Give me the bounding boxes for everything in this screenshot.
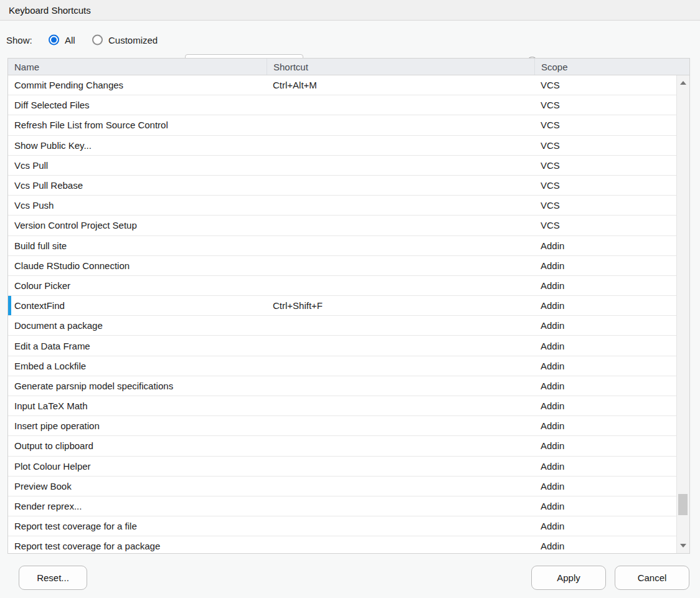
cell-shortcut bbox=[267, 236, 534, 255]
cell-scope: VCS bbox=[534, 216, 689, 235]
radio-customized-label: Customized bbox=[108, 34, 158, 45]
column-header-name[interactable]: Name bbox=[8, 59, 267, 75]
cell-scope: Addin bbox=[534, 296, 689, 315]
table-row[interactable]: Vcs PullVCS bbox=[8, 156, 689, 176]
cell-shortcut bbox=[267, 115, 534, 135]
cell-name: Vcs Pull Rebase bbox=[8, 176, 267, 195]
table-row[interactable]: Plot Colour HelperAddin bbox=[8, 457, 689, 477]
reset-button[interactable]: Reset... bbox=[19, 566, 87, 590]
cell-shortcut bbox=[267, 496, 534, 516]
table-row[interactable]: Insert pipe operationAddin bbox=[8, 416, 689, 436]
scroll-up-arrow-icon[interactable] bbox=[680, 81, 686, 85]
cell-scope: Addin bbox=[534, 457, 689, 476]
cell-name: Vcs Pull bbox=[8, 156, 267, 175]
cell-shortcut bbox=[267, 436, 534, 455]
cell-shortcut bbox=[267, 536, 534, 553]
cell-name: ContextFind bbox=[8, 296, 267, 315]
table-row[interactable]: Version Control Project SetupVCS bbox=[8, 216, 689, 235]
table-row[interactable]: Input LaTeX MathAddin bbox=[8, 396, 689, 416]
cell-shortcut bbox=[267, 276, 534, 295]
table-row[interactable]: ContextFindCtrl+Shift+FAddin bbox=[8, 296, 689, 316]
table-row[interactable]: Report test coverage for a packageAddin bbox=[8, 536, 689, 553]
cell-shortcut bbox=[267, 95, 534, 115]
cell-scope: Addin bbox=[534, 436, 689, 455]
cell-scope: VCS bbox=[534, 95, 689, 115]
cell-shortcut bbox=[267, 477, 534, 496]
cell-name: Render reprex... bbox=[8, 496, 267, 516]
table-row[interactable]: Vcs PushVCS bbox=[8, 196, 689, 216]
cell-scope: Addin bbox=[534, 536, 689, 553]
table-row[interactable]: Report test coverage for a fileAddin bbox=[8, 516, 689, 536]
cell-name: Diff Selected Files bbox=[8, 95, 267, 115]
cell-scope: Addin bbox=[534, 396, 689, 415]
table-row[interactable]: Diff Selected FilesVCS bbox=[8, 95, 689, 115]
cell-shortcut bbox=[267, 156, 534, 175]
cell-shortcut bbox=[267, 376, 534, 396]
cell-shortcut bbox=[267, 457, 534, 476]
table-row[interactable]: Claude RStudio ConnectionAddin bbox=[8, 256, 689, 276]
cancel-button[interactable]: Cancel bbox=[615, 566, 689, 590]
cell-shortcut bbox=[267, 176, 534, 195]
scroll-down-arrow-icon[interactable] bbox=[680, 544, 686, 548]
table-row[interactable]: Colour PickerAddin bbox=[8, 276, 689, 296]
cell-scope: VCS bbox=[534, 136, 689, 155]
scrollbar-thumb[interactable] bbox=[678, 494, 688, 515]
cell-shortcut bbox=[267, 216, 534, 235]
cell-shortcut bbox=[267, 136, 534, 155]
cell-scope: VCS bbox=[534, 156, 689, 175]
cell-name: Document a package bbox=[8, 316, 267, 335]
cell-scope: VCS bbox=[534, 196, 689, 215]
table-row[interactable]: Generate parsnip model specificationsAdd… bbox=[8, 376, 689, 396]
cell-name: Generate parsnip model specifications bbox=[8, 376, 267, 396]
dialog-title: Keyboard Shortcuts bbox=[9, 5, 91, 16]
cell-shortcut bbox=[267, 316, 534, 335]
cell-scope: Addin bbox=[534, 376, 689, 396]
shortcuts-table: Name Shortcut Scope Commit Pending Chang… bbox=[7, 58, 690, 554]
table-row[interactable]: Refresh File List from Source ControlVCS bbox=[8, 115, 689, 135]
cell-name: Report test coverage for a file bbox=[8, 516, 267, 536]
table-row[interactable]: Build full siteAddin bbox=[8, 236, 689, 256]
table-row[interactable]: Show Public Key...VCS bbox=[8, 136, 689, 156]
radio-show-customized[interactable]: Customized bbox=[92, 34, 158, 45]
table-row[interactable]: Render reprex...Addin bbox=[8, 496, 689, 516]
cell-name: Preview Book bbox=[8, 477, 267, 496]
radio-unselected-icon[interactable] bbox=[92, 34, 103, 45]
column-header-scope[interactable]: Scope bbox=[534, 59, 689, 75]
cell-shortcut: Ctrl+Shift+F bbox=[267, 296, 534, 315]
cell-name: Output to clipboard bbox=[8, 436, 267, 455]
table-row[interactable]: Edit a Data FrameAddin bbox=[8, 336, 689, 356]
column-header-shortcut[interactable]: Shortcut bbox=[267, 59, 534, 75]
cell-name: Embed a Lockfile bbox=[8, 356, 267, 376]
table-row[interactable]: Vcs Pull RebaseVCS bbox=[8, 176, 689, 196]
cell-shortcut: Ctrl+Alt+M bbox=[267, 75, 534, 95]
table-row[interactable]: Preview BookAddin bbox=[8, 477, 689, 496]
cell-shortcut bbox=[267, 416, 534, 435]
cell-name: Build full site bbox=[8, 236, 267, 255]
cell-name: Colour Picker bbox=[8, 276, 267, 295]
cell-name: Input LaTeX Math bbox=[8, 396, 267, 415]
cell-scope: VCS bbox=[534, 176, 689, 195]
cell-shortcut bbox=[267, 336, 534, 355]
table-row[interactable]: Commit Pending ChangesCtrl+Alt+MVCS bbox=[8, 75, 689, 95]
apply-button[interactable]: Apply bbox=[531, 566, 606, 590]
table-header: Name Shortcut Scope bbox=[8, 59, 689, 75]
table-row[interactable]: Output to clipboardAddin bbox=[8, 436, 689, 456]
cell-scope: Addin bbox=[534, 276, 689, 295]
dialog-titlebar: Keyboard Shortcuts bbox=[0, 0, 700, 21]
cell-name: Commit Pending Changes bbox=[8, 75, 267, 95]
cell-name: Claude RStudio Connection bbox=[8, 256, 267, 275]
table-row[interactable]: Document a packageAddin bbox=[8, 316, 689, 336]
cell-scope: Addin bbox=[534, 416, 689, 435]
cell-name: Insert pipe operation bbox=[8, 416, 267, 435]
radio-selected-icon[interactable] bbox=[49, 34, 59, 45]
toolbar: Show: All Customized ? Customizing Keybo… bbox=[0, 21, 700, 58]
table-row[interactable]: Embed a LockfileAddin bbox=[8, 356, 689, 376]
vertical-scrollbar[interactable] bbox=[676, 75, 689, 553]
keyboard-shortcuts-dialog: Keyboard Shortcuts Show: All Customized … bbox=[0, 0, 700, 598]
radio-show-all[interactable]: All bbox=[49, 34, 75, 45]
cell-shortcut bbox=[267, 396, 534, 415]
cell-scope: Addin bbox=[534, 356, 689, 376]
cell-shortcut bbox=[267, 516, 534, 536]
cell-scope: VCS bbox=[534, 115, 689, 135]
cell-name: Report test coverage for a package bbox=[8, 536, 267, 553]
